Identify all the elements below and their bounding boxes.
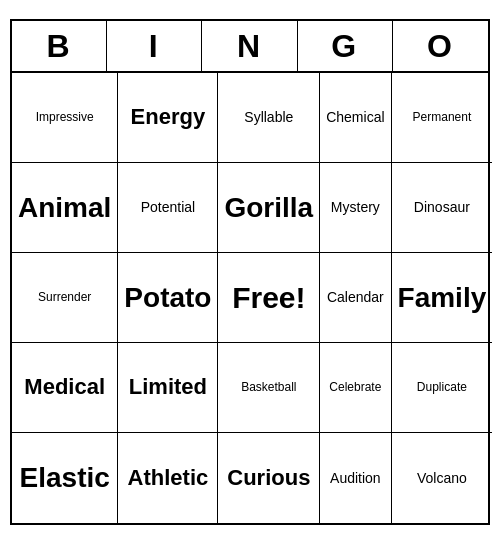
bingo-grid: ImpressiveEnergySyllableChemicalPermanen… — [12, 73, 488, 523]
header-letter-O: O — [393, 21, 488, 71]
header-letter-G: G — [298, 21, 393, 71]
bingo-cell-7: Gorilla — [218, 163, 320, 253]
header-letter-N: N — [202, 21, 297, 71]
bingo-cell-22: Curious — [218, 433, 320, 523]
bingo-cell-9: Dinosaur — [392, 163, 493, 253]
bingo-cell-21: Athletic — [118, 433, 218, 523]
bingo-cell-3: Chemical — [320, 73, 391, 163]
bingo-cell-16: Limited — [118, 343, 218, 433]
bingo-card: BINGO ImpressiveEnergySyllableChemicalPe… — [10, 19, 490, 525]
bingo-cell-20: Elastic — [12, 433, 118, 523]
bingo-cell-5: Animal — [12, 163, 118, 253]
bingo-cell-12: Free! — [218, 253, 320, 343]
bingo-cell-15: Medical — [12, 343, 118, 433]
bingo-cell-8: Mystery — [320, 163, 391, 253]
bingo-cell-13: Calendar — [320, 253, 391, 343]
bingo-cell-2: Syllable — [218, 73, 320, 163]
bingo-cell-23: Audition — [320, 433, 391, 523]
bingo-cell-6: Potential — [118, 163, 218, 253]
bingo-cell-0: Impressive — [12, 73, 118, 163]
bingo-cell-24: Volcano — [392, 433, 493, 523]
bingo-cell-1: Energy — [118, 73, 218, 163]
bingo-cell-10: Surrender — [12, 253, 118, 343]
bingo-cell-14: Family — [392, 253, 493, 343]
header-letter-B: B — [12, 21, 107, 71]
bingo-header: BINGO — [12, 21, 488, 73]
bingo-cell-4: Permanent — [392, 73, 493, 163]
bingo-cell-17: Basketball — [218, 343, 320, 433]
header-letter-I: I — [107, 21, 202, 71]
bingo-cell-18: Celebrate — [320, 343, 391, 433]
bingo-cell-19: Duplicate — [392, 343, 493, 433]
bingo-cell-11: Potato — [118, 253, 218, 343]
